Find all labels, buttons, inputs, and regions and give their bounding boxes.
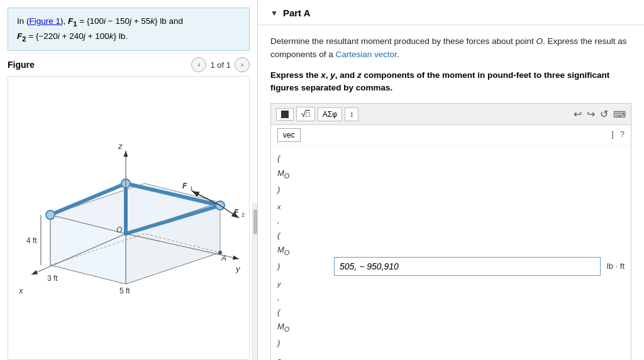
figure-label: Figure: [8, 60, 35, 70]
scrollbar-thumb: [253, 209, 257, 234]
moment-label-x: (MO)x,: [277, 151, 328, 227]
refresh-btn[interactable]: ↺: [600, 108, 608, 120]
svg-text:y: y: [235, 264, 241, 273]
part-header: ▼ Part A: [258, 0, 644, 25]
redo-btn[interactable]: ↪: [587, 108, 595, 120]
F1-bold: F1: [68, 16, 77, 26]
figure-nav: ‹ 1 of 1 ›: [191, 57, 250, 72]
left-panel: In (Figure 1), F1 = {100i − 150j + 55k} …: [0, 0, 258, 360]
keyboard-btn[interactable]: ⌨: [613, 109, 626, 119]
figure-header: Figure ‹ 1 of 1 ›: [0, 51, 257, 76]
svg-point-21: [46, 210, 55, 219]
svg-text:1: 1: [190, 185, 193, 192]
svg-text:x: x: [18, 286, 23, 295]
info-box: In (Figure 1), F1 = {100i − 150j + 55k} …: [8, 8, 250, 51]
figure-area: x y z 4 ft 3 ft 5 ft: [8, 76, 250, 360]
svg-text:3 ft: 3 ft: [47, 274, 58, 283]
figure-nav-count: 1 of 1: [210, 60, 231, 70]
vec-row: vec ] ?: [271, 125, 631, 146]
toolbar-arrows-btn[interactable]: ↕: [345, 107, 358, 121]
input-row: (MO)x, (MO)y, (MO)z = lb · ft: [271, 146, 631, 360]
vec-btn[interactable]: vec: [277, 128, 301, 142]
moment-label-y: (MO)y,: [277, 228, 328, 305]
math-toolbar: √□ AΣφ ↕ ↩ ↪ ↺ ⌨: [271, 104, 631, 125]
svg-text:F: F: [182, 182, 187, 190]
matrix-icon: [281, 111, 289, 118]
part-content: Determine the resultant moment produced …: [258, 25, 644, 360]
problem-description: Determine the resultant moment produced …: [270, 35, 631, 62]
cartesian-vector-link[interactable]: Cartesian vector: [336, 50, 397, 59]
F1-subscript: 1: [73, 20, 77, 28]
question-label[interactable]: ?: [620, 129, 625, 139]
part-title: Part A: [283, 8, 311, 18]
svg-text:4 ft: 4 ft: [26, 236, 37, 245]
svg-text:O: O: [116, 226, 122, 234]
part-collapse-arrow[interactable]: ▼: [270, 9, 278, 18]
toolbar-right: ↩ ↪ ↺ ⌨: [574, 108, 626, 120]
vec-right: ] ?: [611, 128, 625, 139]
toolbar-sqrt-btn[interactable]: √□: [296, 107, 315, 121]
moment-input[interactable]: [334, 257, 601, 276]
F2-bold: F2: [17, 31, 26, 41]
svg-text:F: F: [234, 208, 239, 217]
figure-link[interactable]: Figure 1: [30, 16, 61, 26]
svg-text:5 ft: 5 ft: [119, 286, 130, 295]
toolbar-matrix-btn[interactable]: [276, 108, 294, 121]
figure-svg: x y z 4 ft 3 ft 5 ft: [8, 77, 249, 359]
info-text: In (Figure 1), F1 = {100i − 150j + 55k} …: [17, 16, 183, 41]
sqrt-icon: √□: [301, 109, 310, 119]
undo-btn[interactable]: ↩: [574, 108, 582, 120]
svg-text:2: 2: [242, 212, 245, 218]
figure-next-btn[interactable]: ›: [235, 57, 250, 72]
F2-subscript: 2: [22, 35, 26, 42]
symbol-icon: AΣφ: [323, 110, 337, 119]
arrows-icon: ↕: [350, 110, 353, 119]
toolbar-symbol-btn[interactable]: AΣφ: [318, 107, 342, 121]
bracket-label: ]: [611, 129, 614, 139]
bold-instruction: Express the x, y, and z components of th…: [270, 69, 631, 95]
scrollbar[interactable]: [252, 203, 257, 360]
right-panel: ▼ Part A Determine the resultant moment …: [258, 0, 644, 360]
moment-label-z: (MO)z =: [277, 305, 328, 360]
math-input-container: √□ AΣφ ↕ ↩ ↪ ↺ ⌨ vec: [270, 103, 631, 360]
figure-prev-btn[interactable]: ‹: [191, 57, 206, 72]
figure-diagram: x y z 4 ft 3 ft 5 ft: [13, 139, 245, 297]
moment-labels: (MO)x, (MO)y, (MO)z =: [277, 151, 328, 360]
unit-label: lb · ft: [607, 261, 625, 271]
svg-text:z: z: [118, 141, 123, 151]
